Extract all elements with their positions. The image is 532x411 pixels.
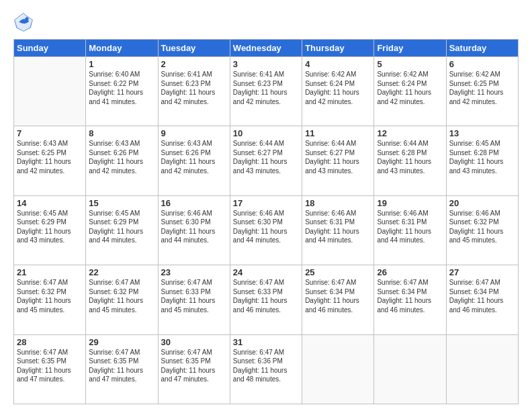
cell-info-line: Sunrise: 6:40 AM	[89, 70, 154, 79]
cell-info-line: Daylight: 11 hours	[161, 366, 227, 375]
cell-info-line: Sunrise: 6:47 AM	[89, 278, 154, 287]
calendar-cell: 2Sunrise: 6:41 AMSunset: 6:23 PMDaylight…	[158, 57, 230, 126]
day-number: 4	[305, 59, 371, 69]
day-number: 5	[377, 59, 443, 69]
cell-info-line: Sunset: 6:31 PM	[377, 218, 443, 227]
cell-info-line: and 43 minutes.	[449, 167, 515, 176]
cell-info-line: and 42 minutes.	[89, 167, 154, 176]
cell-info-line: Sunrise: 6:41 AM	[233, 70, 299, 79]
calendar-cell: 14Sunrise: 6:45 AMSunset: 6:29 PMDayligh…	[14, 195, 86, 265]
cell-info-line: Sunrise: 6:44 AM	[377, 139, 443, 148]
day-number: 25	[305, 267, 371, 277]
day-number: 15	[89, 198, 154, 208]
week-row-0: 1Sunrise: 6:40 AMSunset: 6:22 PMDaylight…	[14, 57, 519, 126]
cell-info-line: Sunrise: 6:45 AM	[89, 209, 154, 218]
cell-info-line: and 46 minutes.	[233, 306, 299, 315]
cell-info-line: Sunrise: 6:47 AM	[305, 278, 371, 287]
cell-info-line: Daylight: 11 hours	[161, 227, 227, 236]
cell-info-line: Sunrise: 6:47 AM	[161, 278, 227, 287]
cell-info-line: Sunrise: 6:46 AM	[449, 209, 515, 218]
weekday-header-saturday: Saturday	[446, 40, 518, 57]
cell-info-line: Sunset: 6:36 PM	[233, 357, 299, 366]
cell-info-line: and 46 minutes.	[449, 306, 515, 315]
day-number: 30	[161, 337, 227, 347]
cell-info-line: Sunrise: 6:46 AM	[233, 209, 299, 218]
week-row-1: 7Sunrise: 6:43 AMSunset: 6:25 PMDaylight…	[14, 126, 519, 195]
calendar-cell: 22Sunrise: 6:47 AMSunset: 6:32 PMDayligh…	[86, 265, 158, 334]
cell-info-line: Sunset: 6:29 PM	[17, 218, 83, 227]
cell-info-line: Daylight: 11 hours	[161, 296, 227, 306]
cell-info-line: and 43 minutes.	[305, 167, 371, 176]
cell-info-line: Sunset: 6:28 PM	[377, 148, 443, 158]
cell-info-line: Daylight: 11 hours	[305, 88, 371, 97]
day-number: 12	[377, 128, 443, 138]
cell-info-line: Sunset: 6:33 PM	[233, 287, 299, 297]
calendar-cell: 20Sunrise: 6:46 AMSunset: 6:32 PMDayligh…	[446, 195, 518, 265]
logo-icon	[13, 12, 34, 32]
calendar-cell: 1Sunrise: 6:40 AMSunset: 6:22 PMDaylight…	[86, 57, 158, 126]
cell-info-line: Daylight: 11 hours	[377, 227, 443, 236]
cell-info-line: Sunrise: 6:47 AM	[89, 348, 154, 357]
cell-info-line: Daylight: 11 hours	[89, 227, 154, 236]
cell-info-line: Daylight: 11 hours	[161, 157, 227, 167]
weekday-header-friday: Friday	[374, 40, 446, 57]
calendar-cell: 3Sunrise: 6:41 AMSunset: 6:23 PMDaylight…	[230, 57, 302, 126]
weekday-header-monday: Monday	[86, 40, 158, 57]
cell-info-line: and 45 minutes.	[89, 306, 154, 315]
cell-info-line: Daylight: 11 hours	[305, 296, 371, 306]
cell-info-line: Daylight: 11 hours	[233, 227, 299, 236]
calendar-cell: 9Sunrise: 6:43 AMSunset: 6:26 PMDaylight…	[158, 126, 230, 195]
cell-info-line: Sunset: 6:27 PM	[233, 148, 299, 158]
cell-info-line: Daylight: 11 hours	[305, 157, 371, 167]
calendar-cell: 8Sunrise: 6:43 AMSunset: 6:26 PMDaylight…	[86, 126, 158, 195]
calendar-cell	[446, 334, 518, 404]
day-number: 26	[377, 267, 443, 277]
cell-info-line: Sunset: 6:27 PM	[305, 148, 371, 158]
cell-info-line: Daylight: 11 hours	[17, 227, 83, 236]
cell-info-line: Daylight: 11 hours	[17, 366, 83, 375]
calendar-cell: 11Sunrise: 6:44 AMSunset: 6:27 PMDayligh…	[302, 126, 374, 195]
cell-info-line: Daylight: 11 hours	[17, 296, 83, 306]
cell-info-line: Sunrise: 6:45 AM	[449, 139, 515, 148]
cell-info-line: Daylight: 11 hours	[17, 157, 83, 167]
cell-info-line: Sunset: 6:35 PM	[161, 357, 227, 366]
cell-info-line: Sunrise: 6:47 AM	[233, 348, 299, 357]
day-number: 3	[233, 59, 299, 69]
cell-info-line: and 46 minutes.	[305, 306, 371, 315]
day-number: 28	[17, 337, 83, 347]
day-number: 23	[161, 267, 227, 277]
day-number: 24	[233, 267, 299, 277]
calendar-cell: 18Sunrise: 6:46 AMSunset: 6:31 PMDayligh…	[302, 195, 374, 265]
cell-info-line: Sunrise: 6:47 AM	[17, 348, 83, 357]
calendar-cell: 23Sunrise: 6:47 AMSunset: 6:33 PMDayligh…	[158, 265, 230, 334]
cell-info-line: Daylight: 11 hours	[233, 296, 299, 306]
cell-info-line: Daylight: 11 hours	[449, 88, 515, 97]
day-number: 21	[17, 267, 83, 277]
day-number: 8	[89, 128, 154, 138]
cell-info-line: Daylight: 11 hours	[89, 366, 154, 375]
day-number: 7	[17, 128, 83, 138]
logo	[13, 12, 36, 32]
cell-info-line: Sunset: 6:34 PM	[449, 287, 515, 297]
cell-info-line: Daylight: 11 hours	[89, 296, 154, 306]
weekday-header-wednesday: Wednesday	[230, 40, 302, 57]
cell-info-line: and 47 minutes.	[161, 375, 227, 384]
day-number: 10	[233, 128, 299, 138]
cell-info-line: Daylight: 11 hours	[449, 157, 515, 167]
cell-info-line: Daylight: 11 hours	[89, 157, 154, 167]
cell-info-line: Sunset: 6:24 PM	[305, 79, 371, 89]
day-number: 20	[449, 198, 515, 208]
cell-info-line: Sunset: 6:26 PM	[89, 148, 154, 158]
day-number: 1	[89, 59, 154, 69]
weekday-header-sunday: Sunday	[14, 40, 86, 57]
cell-info-line: and 48 minutes.	[233, 375, 299, 384]
cell-info-line: and 43 minutes.	[17, 236, 83, 245]
day-number: 14	[17, 198, 83, 208]
cell-info-line: Sunrise: 6:47 AM	[449, 278, 515, 287]
calendar-table: SundayMondayTuesdayWednesdayThursdayFrid…	[13, 39, 519, 404]
cell-info-line: Sunrise: 6:43 AM	[89, 139, 154, 148]
cell-info-line: and 47 minutes.	[17, 375, 83, 384]
calendar-cell: 28Sunrise: 6:47 AMSunset: 6:35 PMDayligh…	[14, 334, 86, 404]
cell-info-line: Sunrise: 6:46 AM	[161, 209, 227, 218]
calendar-cell: 24Sunrise: 6:47 AMSunset: 6:33 PMDayligh…	[230, 265, 302, 334]
